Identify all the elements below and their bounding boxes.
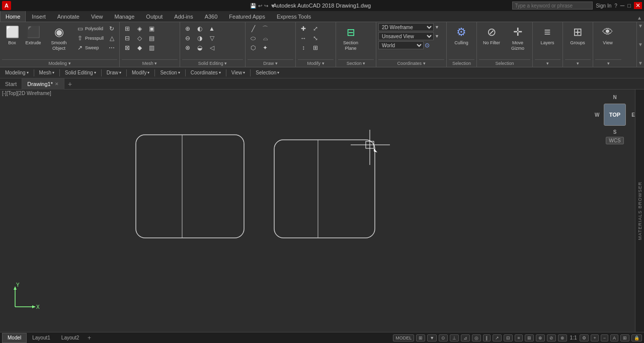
qp-btn[interactable]: ⊕ xyxy=(536,334,545,341)
zoom-out-btn[interactable]: − xyxy=(601,334,608,341)
mesh-btn1[interactable]: ⊞ xyxy=(122,24,133,33)
draw-btn1[interactable]: ╱ xyxy=(248,24,259,33)
solid-btn3[interactable]: ⊗ xyxy=(182,43,193,52)
unsaved-view-dropdown[interactable]: Unsaved View xyxy=(378,32,434,40)
smooth-object-btn[interactable]: ◉ Smooth Object xyxy=(44,23,73,52)
draw-btn3[interactable]: ⬡ xyxy=(248,43,259,52)
more-btn[interactable]: ⋯ xyxy=(106,43,117,52)
mesh-btn4[interactable]: ◈ xyxy=(134,24,145,33)
modify-btn1[interactable]: ✚ xyxy=(298,24,309,33)
tb-modify[interactable]: Modify ▾ xyxy=(129,69,152,76)
ribbon-options-btn3[interactable]: ▼ xyxy=(638,60,643,66)
zoom-in-btn[interactable]: + xyxy=(591,334,598,341)
am-btn[interactable]: ⊗ xyxy=(558,334,567,341)
solid-btn2[interactable]: ⊖ xyxy=(182,34,193,43)
tab-addins[interactable]: Add-ins xyxy=(169,11,198,22)
section-plane-btn[interactable]: ⊟ SectionPlane xyxy=(338,23,363,52)
model-status-btn[interactable]: MODEL xyxy=(393,334,414,341)
mesh-btn7[interactable]: ▣ xyxy=(146,24,157,33)
tb-mesh[interactable]: Mesh ▾ xyxy=(36,69,57,76)
tb-view[interactable]: View ▾ xyxy=(228,69,249,76)
undo-btn[interactable]: ↩ xyxy=(258,3,262,9)
tab-manage[interactable]: Manage xyxy=(109,11,140,22)
tab-home[interactable]: Home xyxy=(0,11,26,22)
osnap-btn[interactable]: ◎ xyxy=(472,334,481,341)
tb-section[interactable]: Section ▾ xyxy=(157,69,183,76)
workspace-btn[interactable]: ⊞ xyxy=(620,334,629,341)
polysolid-btn[interactable]: ▭Polysolid xyxy=(74,24,105,33)
settings-btn[interactable]: ⚙ xyxy=(580,334,589,341)
drawing1-tab[interactable]: Drawing1* ✕ xyxy=(22,78,64,90)
redo-btn[interactable]: ↪ xyxy=(264,3,268,9)
sweep-btn[interactable]: ↗Sweep xyxy=(74,43,105,52)
mesh-btn6[interactable]: ◆ xyxy=(134,43,145,52)
lw-btn[interactable]: ≡ xyxy=(515,334,522,341)
tb-solid-editing[interactable]: Solid Editing ▾ xyxy=(62,69,99,76)
ribbon-options-btn2[interactable]: ▼ xyxy=(638,42,643,47)
tab-view[interactable]: View xyxy=(86,11,109,22)
culling-btn[interactable]: ⚙ Culling xyxy=(449,23,474,47)
presspull-btn[interactable]: ⇧Presspull xyxy=(74,34,105,43)
revolve-btn[interactable]: ↻ xyxy=(106,24,117,33)
wireframe-dropdown-arrow[interactable]: ▼ xyxy=(435,25,439,30)
help-btn[interactable]: ? xyxy=(614,3,617,9)
draw-btn4[interactable]: ⌒ xyxy=(260,24,271,33)
modify-btn6[interactable]: ⊞ xyxy=(310,43,321,52)
loft-btn[interactable]: △ xyxy=(106,34,117,43)
tab-a360[interactable]: A360 xyxy=(199,11,223,22)
no-filter-btn[interactable]: ⊘ No Filter xyxy=(479,23,504,47)
tb-selection[interactable]: Selection ▾ xyxy=(253,69,282,76)
snap-btn[interactable]: ⊙ xyxy=(439,334,448,341)
move-gizmo-btn[interactable]: ✛ MoveGizmo xyxy=(505,23,530,52)
solid-btn5[interactable]: ◑ xyxy=(194,34,205,43)
minimize-btn[interactable]: ─ xyxy=(620,2,625,9)
solid-btn1[interactable]: ⊕ xyxy=(182,24,193,33)
close-btn[interactable]: ✕ xyxy=(634,2,642,9)
grid-btn[interactable]: ⊞ xyxy=(416,334,425,341)
model-tab[interactable]: Model xyxy=(2,333,27,343)
tab-annotate[interactable]: Annotate xyxy=(52,11,85,22)
mesh-btn8[interactable]: ▤ xyxy=(146,34,157,43)
modify-btn5[interactable]: ⤡ xyxy=(310,34,321,43)
mesh-btn3[interactable]: ⊠ xyxy=(122,43,133,52)
layout1-tab[interactable]: Layout1 xyxy=(27,333,56,343)
view-btn[interactable]: 👁 View xyxy=(595,23,620,47)
unsaved-view-arrow[interactable]: ▼ xyxy=(435,34,439,39)
annotation-btn[interactable]: A xyxy=(610,334,618,341)
layers-btn[interactable]: ≡ Layers xyxy=(535,23,560,47)
modify-btn4[interactable]: ⤢ xyxy=(310,24,321,33)
search-input[interactable] xyxy=(512,2,593,10)
modify-btn2[interactable]: ↔ xyxy=(298,34,309,43)
ribbon-minimize-btn[interactable]: ▲ xyxy=(637,15,642,21)
drawing-area[interactable]: [-][Top][2D Wireframe] N S E W TOP WCS X… xyxy=(0,90,644,332)
solid-btn9[interactable]: ◁ xyxy=(206,43,217,52)
solid-btn8[interactable]: ▽ xyxy=(206,34,217,43)
tab-output[interactable]: Output xyxy=(140,11,168,22)
ribbon-options-btn[interactable]: ▼ xyxy=(638,23,643,29)
solid-btn7[interactable]: ▲ xyxy=(206,24,217,33)
sc-btn[interactable]: ⊘ xyxy=(547,334,556,341)
layout2-tab[interactable]: Layout2 xyxy=(56,333,85,343)
box-btn[interactable]: ⬜ Box xyxy=(2,23,22,47)
tb-draw[interactable]: Draw ▾ xyxy=(104,69,124,76)
maximize-btn[interactable]: □ xyxy=(627,3,631,9)
wireframe-dropdown[interactable]: 2D Wireframe xyxy=(378,23,434,31)
extrude-btn[interactable]: ⬛ Extrude xyxy=(23,23,43,47)
tab-featured-apps[interactable]: Featured Apps xyxy=(223,11,271,22)
mesh-btn2[interactable]: ⊟ xyxy=(122,34,133,43)
lock-ui-btn[interactable]: 🔒 xyxy=(631,334,642,341)
tb-coordinates[interactable]: Coordinates ▾ xyxy=(188,69,224,76)
grid-toggle-btn[interactable]: ▼ xyxy=(427,334,437,341)
modify-btn3[interactable]: ↕ xyxy=(298,43,309,52)
mesh-btn9[interactable]: ▥ xyxy=(146,43,157,52)
solid-btn4[interactable]: ◐ xyxy=(194,24,205,33)
ortho-btn[interactable]: ⊥ xyxy=(450,334,459,341)
draw-btn5[interactable]: ⌓ xyxy=(260,34,271,43)
polar-btn[interactable]: ⊿ xyxy=(461,334,470,341)
sign-in-btn[interactable]: Sign In xyxy=(596,3,611,9)
ducs-btn[interactable]: ↗ xyxy=(493,334,502,341)
tab-insert[interactable]: Insert xyxy=(26,11,51,22)
cube-face[interactable]: TOP xyxy=(604,104,626,126)
groups-btn[interactable]: ⊞ Groups xyxy=(565,23,590,47)
solid-btn6[interactable]: ◒ xyxy=(194,43,205,52)
